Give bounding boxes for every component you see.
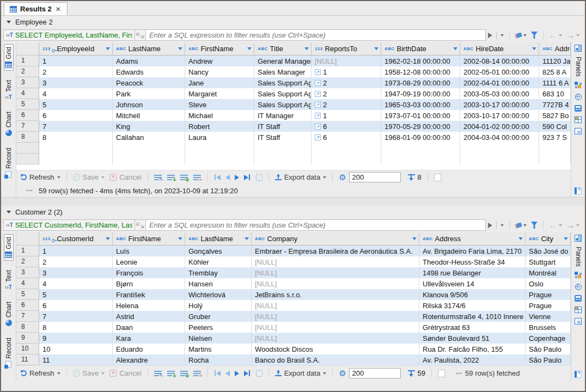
table-cell[interactable]: Luís — [113, 246, 185, 256]
table-cell[interactable]: 11 — [39, 354, 113, 365]
table-cell[interactable]: JetBrains s.r.o. — [252, 289, 419, 300]
fetch-all-icon[interactable] — [408, 174, 415, 181]
customer-sql-box[interactable]: ‹›T SELECT CustomerId, FirstName, LastNa — [3, 219, 135, 231]
fetch-all-icon[interactable] — [408, 370, 415, 377]
metadata-icon[interactable] — [575, 117, 582, 123]
column-header-hiredate[interactable]: ABCHireDate — [460, 42, 539, 56]
table-cell[interactable]: 9 — [39, 333, 113, 344]
column-filter-dropdown-icon[interactable] — [245, 237, 249, 240]
fetch-size-input[interactable] — [349, 368, 401, 378]
aggregate-icon[interactable] — [575, 284, 582, 290]
table-cell[interactable]: Holý — [185, 300, 252, 311]
table-cell[interactable]: Klanova 9/506 — [419, 289, 526, 300]
nav-previous-button[interactable] — [224, 175, 231, 180]
row-number[interactable]: 2 — [16, 256, 39, 267]
nav-next-button[interactable] — [234, 371, 240, 376]
row-number[interactable]: 2 — [16, 66, 39, 77]
edit-cell-icon[interactable] — [154, 370, 162, 377]
table-cell[interactable]: 4 — [39, 278, 113, 289]
table-cell[interactable]: 5827 Bo — [539, 110, 571, 121]
export-data-button[interactable]: Export data — [284, 173, 321, 181]
delete-row-icon[interactable] — [193, 370, 201, 377]
table-cell[interactable]: 1962-02-18 00:00:00 — [381, 56, 460, 66]
nav-forward-button[interactable]: → — [564, 29, 582, 41]
column-filter-dropdown-icon[interactable] — [178, 47, 182, 50]
delete-row-icon[interactable] — [193, 174, 201, 181]
nav-back-button[interactable]: ← — [547, 219, 564, 231]
table-cell[interactable]: Daan — [113, 322, 185, 333]
table-cell[interactable]: 1968-01-09 00:00:00 — [381, 132, 460, 143]
table-cell[interactable]: 11120 Ja — [539, 56, 571, 66]
table-cell[interactable]: 5 — [39, 99, 113, 110]
table-cell[interactable]: [NULL] — [252, 311, 419, 322]
table-cell[interactable]: General Manager — [254, 56, 312, 66]
column-filter-dropdown-icon[interactable] — [304, 47, 309, 50]
table-cell[interactable]: Sønder Boulevard 51 — [419, 333, 526, 344]
foreign-key-link-icon[interactable]: ↗ — [315, 91, 321, 97]
section-splitter[interactable] — [1, 197, 585, 206]
column-filter-dropdown-icon[interactable] — [518, 237, 523, 240]
table-cell[interactable]: IT Manager — [254, 110, 312, 121]
table-cell[interactable]: Gruber — [185, 311, 252, 322]
table-cell[interactable]: 1111 6 A — [539, 77, 571, 88]
table-cell[interactable]: Rilská 3174/6 — [419, 300, 526, 311]
table-cell[interactable]: Rua Dr. Falcão Filho, 155 — [419, 344, 526, 354]
table-cell[interactable]: Jane — [185, 77, 254, 88]
table-cell[interactable]: Sales Manager — [254, 66, 312, 77]
nav-forward-button[interactable]: → — [564, 219, 582, 231]
table-cell[interactable]: Theodor-Heuss-Straße 34 — [419, 256, 526, 267]
table-cell[interactable]: Prague — [526, 289, 571, 300]
table-cell[interactable]: Tremblay — [185, 267, 252, 278]
table-cell[interactable]: ↗2 — [312, 77, 381, 88]
table-cell[interactable]: 7 — [39, 121, 113, 132]
column-filter-dropdown-icon[interactable] — [247, 47, 252, 50]
panels-toggle-icon[interactable] — [575, 235, 582, 242]
table-cell[interactable]: 1958-12-08 00:00:00 — [381, 66, 460, 77]
table-cell[interactable]: 2003-05-03 00:00:00 — [460, 88, 539, 99]
table-cell[interactable]: Alexandre — [113, 354, 185, 365]
table-cell[interactable]: [NULL] — [252, 322, 419, 333]
column-filter-dropdown-icon[interactable] — [106, 237, 110, 240]
filter-history-dropdown[interactable] — [498, 219, 506, 231]
table-cell[interactable]: Brussels — [526, 322, 571, 333]
employee-filter-input[interactable] — [145, 29, 486, 41]
table-cell[interactable]: Johnson — [113, 99, 185, 110]
column-header-title[interactable]: ABCTitle — [254, 42, 312, 56]
table-cell[interactable]: IT Staff — [254, 121, 312, 132]
view-tab-chart[interactable]: Chart — [4, 109, 13, 138]
table-cell[interactable]: Leonie — [113, 256, 185, 267]
refresh-button[interactable]: Refresh — [29, 369, 54, 377]
table-cell[interactable]: Adams — [113, 56, 185, 66]
value-viewer-icon[interactable] — [575, 82, 582, 89]
calculator-icon[interactable] — [575, 105, 582, 112]
duplicate-row-icon[interactable] — [180, 174, 188, 181]
nav-last-button[interactable] — [243, 174, 251, 180]
column-header-firstname[interactable]: ABCFirstName — [185, 42, 254, 56]
table-cell[interactable]: Martins — [185, 344, 252, 354]
column-header-address[interactable]: ABCAddress — [419, 232, 526, 246]
table-cell[interactable]: [NULL] — [252, 267, 419, 278]
table-cell[interactable]: Av. Brigadeiro Faria Lima, 2170 — [419, 246, 526, 256]
foreign-key-link-icon[interactable]: ↗ — [315, 134, 321, 140]
row-number[interactable]: 8 — [16, 132, 39, 143]
table-cell[interactable]: Köhler — [185, 256, 252, 267]
row-number[interactable]: 11 — [16, 354, 39, 365]
column-filter-dropdown-icon[interactable] — [532, 47, 536, 50]
panel-position-icon[interactable] — [575, 187, 582, 194]
table-cell[interactable]: Andrew — [185, 56, 254, 66]
row-number[interactable]: 1 — [16, 246, 39, 256]
table-cell[interactable]: 8 — [39, 322, 113, 333]
table-cell[interactable]: 1 — [39, 56, 113, 66]
view-tab-grid[interactable]: Grid — [4, 234, 14, 261]
add-row-icon[interactable] — [167, 370, 175, 377]
table-cell[interactable]: ↗1 — [312, 66, 381, 77]
table-cell[interactable]: Woodstock Discos — [252, 344, 419, 354]
column-header-birthdate[interactable]: ABCBirthDate — [381, 42, 460, 56]
table-cell[interactable]: Montréal — [526, 267, 571, 278]
edit-cell-icon[interactable] — [154, 174, 162, 181]
metadata-icon[interactable] — [575, 307, 582, 313]
table-cell[interactable]: Astrid — [113, 311, 185, 322]
table-cell[interactable]: 2003-10-17 00:00:00 — [460, 99, 539, 110]
row-number[interactable]: 3 — [16, 77, 39, 88]
table-cell[interactable]: Sales Support Age — [254, 99, 312, 110]
